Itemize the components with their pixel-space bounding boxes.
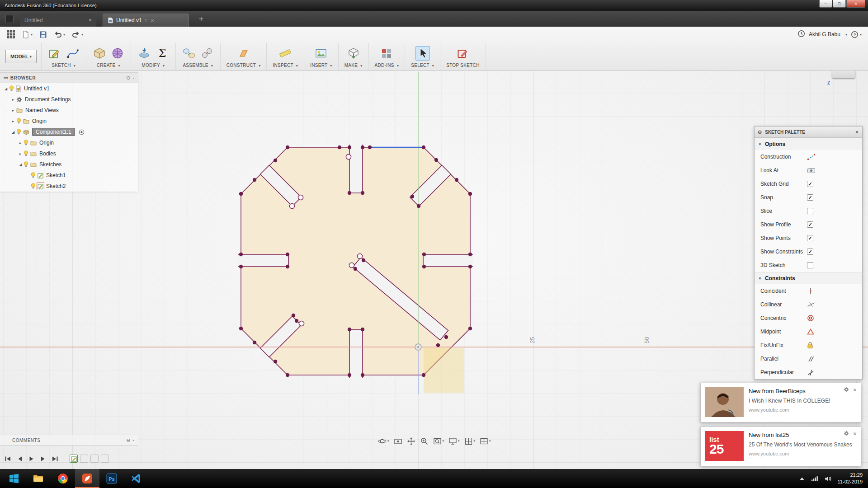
job-status-clock-icon[interactable] [797,30,805,39]
zoom-nav-button[interactable] [420,437,429,446]
ribbon-label-select[interactable]: SELECT ▾ [411,63,434,68]
workspace-selector[interactable]: MODEL ▾ [5,50,37,63]
volume-icon[interactable] [825,476,831,482]
expander-icon[interactable]: ◢ [17,163,24,167]
coincident-icon[interactable] [807,287,814,295]
select-icon[interactable] [415,46,430,61]
fit-nav-button[interactable]: ▾ [433,437,444,446]
expander-icon[interactable]: ▸ [10,119,16,123]
maximize-button[interactable]: □ [833,0,846,8]
midpoint-icon[interactable] [807,328,814,335]
start-taskbar-icon[interactable] [2,469,26,488]
sketch-palette-header[interactable]: ⊖ SKETCH PALETTE » [755,127,862,138]
tab-untitled[interactable]: Untitled × [20,14,96,27]
browser-node-named-views[interactable]: ▸Named Views [0,105,138,116]
browser-label-origin[interactable]: Origin [32,118,47,124]
show-profile-checkbox[interactable]: ✓ [807,221,813,228]
tab-close-icon[interactable]: × [151,17,154,24]
browser-node-origin[interactable]: ▸Origin [0,116,138,127]
bulb-icon[interactable] [9,85,14,92]
show-points-checkbox[interactable]: ✓ [807,235,813,241]
timeline-feature-1[interactable] [70,455,78,463]
ribbon-label-sketch[interactable]: SKETCH ▾ [52,63,75,68]
sketch-grid-checkbox[interactable]: ✓ [807,181,813,187]
browser-label-untitled-v1[interactable]: Untitled v1 [24,85,50,92]
browser-label-sketch1[interactable]: Sketch1 [46,172,66,178]
comments-bar[interactable]: COMMENTS ⊖ ▪ [0,435,138,446]
collapse-panel-icon[interactable]: ◀◀ [3,76,7,80]
bulb-icon[interactable] [16,118,21,124]
browser-label-bodies[interactable]: Bodies [39,150,56,157]
pan-nav-button[interactable] [407,437,415,446]
help-icon[interactable]: ?▾ [851,31,862,38]
display-nav-button[interactable]: ▾ [448,437,460,446]
ribbon-label-construct[interactable]: CONSTRUCT ▾ [226,63,261,68]
expander-icon[interactable]: ▸ [17,152,24,156]
browser-node-sketch1[interactable]: Sketch1 [0,170,138,181]
slice-checkbox[interactable] [807,208,813,214]
grid-nav-button[interactable]: ▾ [464,437,476,446]
image-icon[interactable] [314,46,328,61]
play-button[interactable] [27,455,35,463]
app-grid-button[interactable] [6,30,15,39]
timeline-feature-3[interactable] [90,455,99,463]
measure-icon[interactable] [278,46,292,61]
browser-label-origin[interactable]: Origin [39,140,54,146]
user-menu[interactable]: Akhil G Babu [809,31,840,38]
fixunfix-icon[interactable] [807,342,813,349]
ribbon-label-assemble[interactable]: ASSEMBLE ▾ [183,63,213,68]
plane-icon[interactable] [236,46,251,61]
ribbon-label-stop-sketch[interactable]: STOP SKETCH [446,63,480,68]
look-nav-button[interactable] [394,437,402,446]
skip-end-button[interactable] [51,455,59,463]
tab-untitled-v1[interactable]: Untitled v1 ○ × [103,14,189,27]
vscode-taskbar-icon[interactable] [124,469,148,488]
notification-settings-icon[interactable] [844,430,849,438]
network-icon[interactable] [811,476,818,482]
box-icon[interactable] [92,46,107,61]
3d-sketch-checkbox[interactable] [807,262,813,268]
ribbon-label-make[interactable]: MAKE ▾ [344,63,363,68]
notification-close-icon[interactable]: × [853,387,857,393]
timeline-feature-4[interactable] [101,455,109,463]
file-button[interactable]: ▾ [22,31,33,38]
browser-label-sketch2[interactable]: Sketch2 [46,183,66,189]
tab-strip-icon[interactable] [5,15,14,23]
browser-node-component1-1[interactable]: ◢Component1:1 [0,127,138,137]
browser-label-sketches[interactable]: Sketches [39,161,61,168]
browser-node-bodies[interactable]: ▸Bodies [0,148,138,159]
step-forward-button[interactable] [39,455,47,463]
presspull-icon[interactable] [137,46,151,61]
clock-display[interactable]: 21:29 11-02-2019 [838,472,863,485]
sigma-icon[interactable]: Σ [155,46,170,61]
viewports-nav-button[interactable]: ▾ [480,437,491,446]
construction-icon[interactable] [807,154,816,160]
bulb-icon[interactable] [24,150,28,157]
concentric-icon[interactable] [807,314,814,322]
expander-icon[interactable]: ▸ [10,98,16,102]
panel-minimize-icon[interactable]: ⊖ [126,75,130,81]
fusion-taskbar-icon[interactable] [75,469,99,488]
new-tab-button[interactable]: + [195,13,207,25]
lookat-icon[interactable] [807,167,816,174]
stop-icon[interactable] [456,46,470,61]
joint-icon[interactable] [200,46,214,61]
show-constraints-checkbox[interactable]: ✓ [807,249,813,255]
save-button[interactable] [39,31,47,38]
ribbon-label-create[interactable]: CREATE ▾ [97,63,120,68]
perpendicular-icon[interactable] [807,369,814,376]
panel-minimize-icon[interactable]: ⊖ [758,129,762,135]
bulb-icon[interactable] [24,161,28,168]
browser-node-origin[interactable]: ▸Origin [0,137,138,148]
parallel-icon[interactable] [807,356,814,362]
browser-label-component1-1[interactable]: Component1:1 [32,128,75,136]
browser-node-document-settings[interactable]: ▸Document Settings [0,94,138,105]
collapse-panel-icon[interactable]: » [855,129,859,135]
browser-node-sketches[interactable]: ◢Sketches [0,159,138,170]
snap-checkbox[interactable]: ✓ [807,194,813,201]
collinear-icon[interactable] [807,301,815,308]
panel-minimize-icon[interactable]: ⊖ [126,437,130,443]
palette-section-constraints[interactable]: ▼Constraints [755,272,862,284]
skip-start-button[interactable] [4,455,12,463]
notification-settings-icon[interactable] [844,386,849,394]
